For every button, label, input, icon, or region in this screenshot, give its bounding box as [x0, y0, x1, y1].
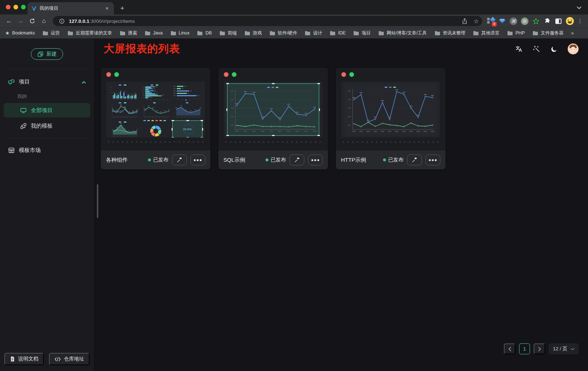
- bookmark-star-icon[interactable]: ☆: [472, 17, 481, 25]
- more-actions-button[interactable]: ●●●: [425, 154, 440, 165]
- bookmark-folder-label: DB: [205, 30, 211, 36]
- sidebar-item-project[interactable]: 项目: [4, 74, 90, 90]
- new-project-button[interactable]: 新建: [31, 48, 63, 60]
- status-label: 已发布: [388, 157, 403, 163]
- sidebar-bottom-buttons: 说明文档 仓库地址: [0, 348, 94, 371]
- window-close-button[interactable]: [6, 5, 11, 9]
- current-page-button[interactable]: 1: [519, 343, 530, 354]
- url-bar[interactable]: 127.0.0.1:3000/#/project/items ☆: [53, 16, 482, 26]
- bookmark-folder[interactable]: 游戏: [244, 30, 262, 36]
- bookmark-folder-label: 搜索: [128, 30, 137, 36]
- bookmark-folder[interactable]: 项目: [353, 30, 371, 36]
- project-card-sql[interactable]: SQL示例 已发布 ●●●: [218, 68, 328, 169]
- edit-hammer-button[interactable]: [289, 154, 304, 165]
- card-red-dot: [341, 72, 346, 77]
- extensions-puzzle-icon[interactable]: [542, 16, 552, 26]
- card-thumbnail-http[interactable]: [341, 82, 440, 137]
- extension-gem-icon[interactable]: [497, 16, 507, 26]
- chart-selection-box: [227, 83, 319, 136]
- bookmark-folder[interactable]: 设计: [305, 30, 322, 36]
- page-size-value: 12 / 页: [553, 346, 567, 352]
- repo-button-label: 仓库地址: [64, 356, 84, 362]
- translate-icon[interactable]: [515, 45, 523, 53]
- reload-icon[interactable]: [27, 16, 38, 26]
- browser-toolbar: ← → ⌂ 127.0.0.1:3000/#/project/items ☆ 9…: [0, 15, 588, 28]
- browser-tab[interactable]: 我的项目 ×: [28, 2, 114, 15]
- repo-button[interactable]: 仓库地址: [49, 353, 90, 365]
- docs-button[interactable]: 说明文档: [4, 353, 44, 365]
- extension-record-icon[interactable]: [520, 16, 530, 26]
- sidebar-item-template-market[interactable]: 模板市场: [4, 143, 90, 157]
- bookmark-folder[interactable]: 前端: [219, 30, 237, 36]
- home-icon[interactable]: ⌂: [38, 16, 49, 26]
- next-page-button[interactable]: [534, 343, 545, 354]
- copy-plus-icon: [37, 51, 44, 57]
- bookmark-folder[interactable]: PHP: [507, 30, 525, 36]
- bookmark-folder[interactable]: 文件服务器: [533, 30, 564, 36]
- edit-hammer-button[interactable]: [407, 154, 422, 165]
- bookmark-folder[interactable]: 软件/硬件: [270, 30, 297, 36]
- tab-search-chevron-icon[interactable]: [577, 4, 581, 11]
- chevron-up-icon[interactable]: [82, 79, 86, 85]
- mini-area-chart: [172, 102, 203, 118]
- bookmark-folder[interactable]: Java: [145, 30, 163, 36]
- dark-mode-moon-icon[interactable]: [550, 45, 558, 53]
- bookmark-folder[interactable]: 搜索: [120, 30, 137, 36]
- extension-grid-diamond-icon[interactable]: 9: [486, 16, 496, 26]
- mini-chart-grid: 25.00%: [108, 84, 203, 135]
- extension-green-star-icon[interactable]: [531, 16, 541, 26]
- bookmark-folder-label: 项目: [362, 30, 371, 36]
- project-card-components[interactable]: 25.00% 各种组件 已发布 ●●●: [101, 68, 210, 169]
- card-thumbnail-components[interactable]: 25.00%: [106, 82, 205, 137]
- profile-avatar-smiley[interactable]: [565, 16, 575, 26]
- window-zoom-button[interactable]: [21, 5, 26, 9]
- bookmarks-root[interactable]: ★ Bookmarks: [5, 30, 35, 36]
- site-info-icon[interactable]: [57, 17, 66, 25]
- forward-icon[interactable]: →: [15, 16, 26, 26]
- bookmarks-overflow-chevron[interactable]: »: [571, 30, 574, 36]
- bookmark-folder[interactable]: IDE: [330, 30, 346, 36]
- url-text[interactable]: 127.0.0.1:3000/#/project/items: [69, 18, 457, 24]
- storefront-icon: [8, 147, 15, 154]
- bookmark-folder[interactable]: 网站/博客/文章/工具: [378, 30, 427, 36]
- more-actions-button[interactable]: ●●●: [308, 154, 323, 165]
- side-panel-icon[interactable]: [554, 16, 563, 26]
- sidebar-scrollbar-thumb[interactable]: [97, 184, 98, 218]
- edit-hammer-button[interactable]: [172, 154, 187, 165]
- bookmark-folder[interactable]: Linux: [170, 30, 190, 36]
- bookmark-folder[interactable]: 资讯未整理: [435, 30, 466, 36]
- browser-tabstrip: 我的项目 × +: [0, 0, 588, 15]
- thumbnail-dotted-divider: [223, 141, 323, 143]
- card-thumbnail-sql[interactable]: [224, 82, 322, 137]
- bookmark-folder[interactable]: 近期需要读的文章: [67, 30, 112, 36]
- new-tab-button[interactable]: +: [118, 4, 127, 13]
- user-avatar[interactable]: [568, 44, 579, 54]
- browser-menu-icon[interactable]: ⋮: [576, 16, 584, 26]
- bookmark-folder[interactable]: 其他语言: [473, 30, 499, 36]
- window-minimize-button[interactable]: [13, 5, 18, 9]
- sidebar-item-all-projects[interactable]: 全部项目: [4, 103, 90, 118]
- sidebar-item-my-templates[interactable]: 我的模板: [4, 119, 90, 133]
- card-green-dot: [232, 72, 237, 77]
- main-panel: 大屏报表的列表: [94, 38, 588, 371]
- bookmark-folder[interactable]: 运营: [42, 30, 60, 36]
- sql-line-chart: [227, 84, 319, 135]
- bookmarks-star-icon: ★: [5, 30, 10, 36]
- bookmark-folder-label: IDE: [338, 30, 346, 36]
- bookmarks-bar: ★ Bookmarks 运营 近期需要读的文章 搜索 Java Linux DB…: [0, 28, 588, 38]
- bookmark-folder[interactable]: DB: [197, 30, 211, 36]
- back-icon[interactable]: ←: [4, 16, 15, 26]
- project-card-http[interactable]: HTTP示例 已发布 ●●●: [336, 68, 445, 169]
- card-footer: 各种组件 已发布 ●●●: [101, 151, 210, 169]
- share-icon[interactable]: [460, 17, 469, 25]
- extension-command-icon[interactable]: ⌘: [509, 16, 518, 26]
- magic-wand-icon[interactable]: [533, 45, 540, 53]
- prev-page-button[interactable]: [504, 343, 515, 354]
- card-title: SQL示例: [223, 157, 245, 164]
- bookmark-folder-label: 设计: [313, 30, 322, 36]
- sidebar-divider-2: [6, 138, 88, 139]
- tab-close-icon[interactable]: ×: [104, 5, 110, 12]
- mini-donut-chart: [140, 120, 171, 137]
- more-actions-button[interactable]: ●●●: [190, 154, 205, 165]
- page-size-select[interactable]: 12 / 页: [549, 343, 579, 354]
